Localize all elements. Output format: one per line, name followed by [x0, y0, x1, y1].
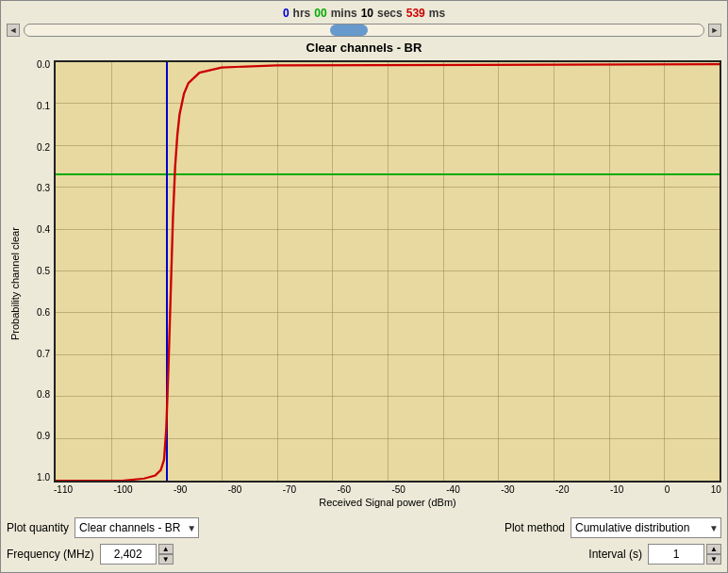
y-tick-1: 0.1: [24, 102, 50, 111]
frequency-group: Frequency (MHz) ▲ ▼: [7, 544, 174, 565]
x-tick-70: -70: [283, 484, 296, 495]
chart-area: Probability channel clear 1.0 0.9 0.8 0.…: [7, 60, 721, 508]
y-tick-labels: 1.0 0.9 0.8 0.7 0.6 0.5 0.4 0.3 0.2 0.1 …: [24, 60, 54, 483]
x-axis-label: Received Signal power (dBm): [54, 497, 721, 508]
chart-inner: 1.0 0.9 0.8 0.7 0.6 0.5 0.4 0.3 0.2 0.1 …: [24, 60, 721, 483]
y-tick-2: 0.2: [24, 143, 50, 153]
interval-input[interactable]: [648, 544, 704, 565]
timer-secs-label: secs: [377, 7, 403, 20]
chart-with-axes: 1.0 0.9 0.8 0.7 0.6 0.5 0.4 0.3 0.2 0.1 …: [24, 60, 721, 508]
timer-hrs: 0: [283, 7, 290, 20]
x-tick-90: -90: [174, 484, 187, 495]
plot-quantity-group: Plot quantity Clear channels - BR ▼: [7, 517, 199, 538]
timer-ms: 539: [406, 7, 425, 20]
frequency-spinner: ▲ ▼: [100, 544, 174, 565]
controls-row-2: Frequency (MHz) ▲ ▼ Interval (s) ▲ ▼: [7, 542, 721, 566]
chart-title: Clear channels - BR: [306, 41, 422, 55]
plot-quantity-label: Plot quantity: [7, 521, 69, 534]
timer-mins-label: mins: [331, 7, 357, 20]
x-tick-labels: -110 -100 -90 -80 -70 -60 -50 -40 -30 -2…: [54, 483, 721, 495]
frequency-down-btn[interactable]: ▼: [158, 554, 174, 565]
x-tick-20: -20: [555, 484, 569, 495]
interval-group: Interval (s) ▲ ▼: [588, 544, 721, 565]
x-tick-60: -60: [338, 484, 351, 495]
timer-mins: 00: [314, 7, 326, 20]
scrollbar-track[interactable]: [24, 24, 704, 37]
plot-quantity-dropdown-wrap: Clear channels - BR ▼: [74, 517, 199, 538]
timer-bar: 0 hrs 00 mins 10 secs 539 ms: [283, 7, 445, 20]
scrollbar-thumb[interactable]: [330, 25, 368, 36]
x-tick-40: -40: [446, 484, 459, 495]
plot-quantity-select[interactable]: Clear channels - BR: [74, 517, 199, 538]
frequency-up-btn[interactable]: ▲: [158, 544, 174, 554]
timer-hrs-label: hrs: [293, 7, 311, 20]
scrollbar-row: ◄ ►: [7, 24, 721, 37]
x-tick-10: -10: [610, 484, 623, 495]
timer-ms-label: ms: [429, 7, 445, 20]
y-tick-6: 0.6: [24, 308, 50, 318]
y-tick-3: 0.3: [24, 184, 50, 193]
frequency-label: Frequency (MHz): [7, 548, 94, 561]
plot-method-dropdown-wrap: Cumulative distribution ▼: [571, 517, 721, 538]
interval-down-btn[interactable]: ▼: [706, 554, 721, 565]
scroll-right-arrow[interactable]: ►: [708, 24, 721, 37]
x-tick-0: 0: [665, 484, 670, 495]
chart-plot: [54, 60, 721, 483]
plot-method-label: Plot method: [505, 521, 565, 534]
x-tick-30: -30: [501, 484, 514, 495]
x-tick-50: -50: [391, 484, 405, 495]
y-tick-9: 0.9: [24, 432, 50, 441]
y-tick-4: 0.4: [24, 225, 50, 235]
frequency-spinner-buttons: ▲ ▼: [158, 544, 174, 565]
x-tick-10p: 10: [711, 484, 721, 495]
y-tick-8: 0.8: [24, 390, 50, 400]
x-tick-100: -100: [113, 484, 132, 495]
interval-label: Interval (s): [588, 548, 642, 561]
interval-spinner-buttons: ▲ ▼: [706, 544, 721, 565]
frequency-input[interactable]: [100, 544, 157, 565]
y-tick-5: 0.5: [24, 267, 50, 276]
interval-spinner: ▲ ▼: [648, 544, 721, 565]
x-tick-80: -80: [228, 484, 241, 495]
y-tick-0: 0.0: [24, 60, 50, 70]
interval-up-btn[interactable]: ▲: [706, 544, 721, 554]
red-curve: [56, 62, 720, 481]
scroll-left-arrow[interactable]: ◄: [7, 24, 20, 37]
timer-secs: 10: [361, 7, 373, 20]
controls-row-1: Plot quantity Clear channels - BR ▼ Plot…: [7, 514, 721, 542]
x-tick-110: -110: [54, 484, 73, 495]
y-axis-label: Probability channel clear: [7, 60, 24, 508]
plot-method-select[interactable]: Cumulative distribution: [571, 517, 721, 538]
y-tick-7: 0.7: [24, 350, 50, 359]
y-tick-10: 1.0: [24, 473, 50, 483]
main-container: 0 hrs 00 mins 10 secs 539 ms ◄ ► Clear c…: [0, 0, 728, 573]
plot-method-group: Plot method Cumulative distribution ▼: [505, 517, 721, 538]
